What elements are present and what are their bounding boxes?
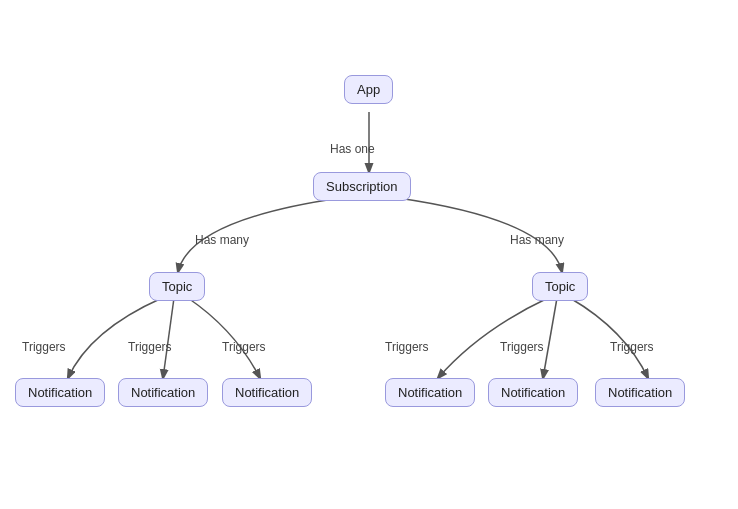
node-notification-2: Notification <box>118 378 208 407</box>
label-triggers-1: Triggers <box>22 340 66 354</box>
node-notification-6: Notification <box>595 378 685 407</box>
node-notification-3: Notification <box>222 378 312 407</box>
label-has-many-right: Has many <box>510 233 564 247</box>
node-notification-1: Notification <box>15 378 105 407</box>
svg-line-2 <box>543 298 557 378</box>
svg-line-1 <box>163 298 174 378</box>
label-triggers-2: Triggers <box>128 340 172 354</box>
node-subscription: Subscription <box>313 172 411 201</box>
node-topic-left: Topic <box>149 272 205 301</box>
label-triggers-5: Triggers <box>500 340 544 354</box>
diagram: App Subscription Topic Topic Notificatio… <box>0 0 738 509</box>
node-notification-5: Notification <box>488 378 578 407</box>
node-app: App <box>344 75 393 104</box>
label-has-many-left: Has many <box>195 233 249 247</box>
label-has-one: Has one <box>330 142 375 156</box>
label-triggers-4: Triggers <box>385 340 429 354</box>
label-triggers-3: Triggers <box>222 340 266 354</box>
node-notification-4: Notification <box>385 378 475 407</box>
node-topic-right: Topic <box>532 272 588 301</box>
label-triggers-6: Triggers <box>610 340 654 354</box>
